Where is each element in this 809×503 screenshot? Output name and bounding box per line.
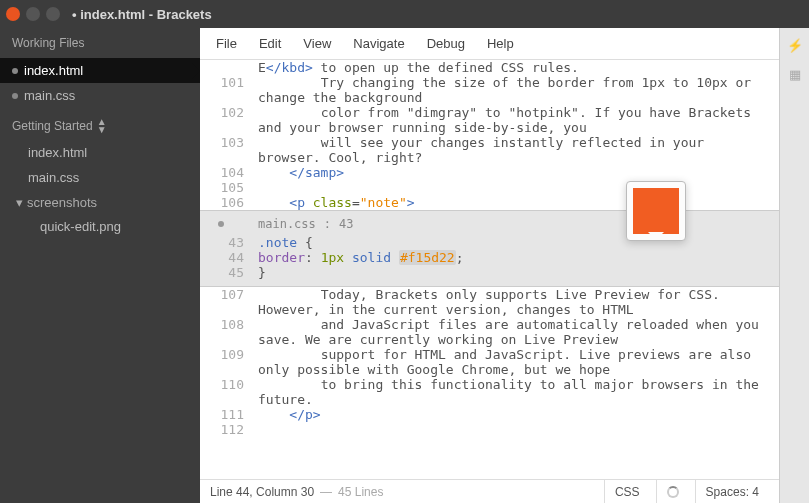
inline-file-name: main.css xyxy=(258,217,316,231)
sort-icon: ▲▼ xyxy=(97,118,107,134)
inline-editor[interactable]: main.css : 43 43.note { 44 border: 1px s… xyxy=(200,210,779,287)
code-line[interactable]: and JavaScript files are automatically r… xyxy=(258,317,779,347)
working-file-name: index.html xyxy=(24,63,83,78)
window-title: • index.html - Brackets xyxy=(72,7,212,22)
window-close-icon[interactable] xyxy=(6,7,20,21)
indent-size: 4 xyxy=(752,485,759,499)
code-line[interactable]: border: 1px solid #f15d22; xyxy=(258,250,779,265)
code-line[interactable]: } xyxy=(258,265,779,280)
line-number: 45 xyxy=(200,265,258,280)
tree-file[interactable]: quick-edit.png xyxy=(0,215,200,238)
inline-line-ref: 43 xyxy=(339,217,353,231)
working-files-header[interactable]: Working Files xyxy=(0,28,200,58)
live-preview-icon[interactable]: ⚡ xyxy=(787,38,803,53)
window-minimize-icon[interactable] xyxy=(26,7,40,21)
line-number: 104 xyxy=(200,165,258,180)
menu-help[interactable]: Help xyxy=(487,36,514,51)
menu-navigate[interactable]: Navigate xyxy=(353,36,404,51)
line-number: 106 xyxy=(200,195,258,210)
menu-file[interactable]: File xyxy=(216,36,237,51)
project-header[interactable]: Getting Started ▲▼ xyxy=(0,108,200,140)
code-line[interactable]: Try changing the size of the border from… xyxy=(258,75,779,105)
extensions-icon[interactable]: ▦ xyxy=(789,67,801,82)
code-line[interactable]: .note { xyxy=(258,235,779,250)
code-line[interactable]: color from "dimgray" to "hotpink". If yo… xyxy=(258,105,779,135)
color-swatch-popup[interactable] xyxy=(626,181,686,241)
line-number: 102 xyxy=(200,105,258,135)
code-line[interactable]: support for HTML and JavaScript. Live pr… xyxy=(258,347,779,377)
folder-name: screenshots xyxy=(27,195,97,210)
code-editor[interactable]: E</kbd> to open up the defined CSS rules… xyxy=(200,60,779,479)
line-number xyxy=(200,60,258,75)
dirty-dot-icon xyxy=(12,68,18,74)
titlebar: • index.html - Brackets xyxy=(0,0,809,28)
right-toolbar: ⚡ ▦ xyxy=(779,28,809,503)
code-line[interactable] xyxy=(258,422,779,437)
line-number: 43 xyxy=(200,235,258,250)
dirty-dot-icon xyxy=(12,93,18,99)
code-line[interactable]: </samp> xyxy=(258,165,779,180)
statusbar: Line 44, Column 30 — 45 Lines CSS Spaces… xyxy=(200,479,779,503)
spinner-icon xyxy=(667,486,679,498)
code-line[interactable]: will see your changes instantly reflecte… xyxy=(258,135,779,165)
jslint-status[interactable] xyxy=(656,480,689,503)
tree-file[interactable]: index.html xyxy=(0,140,200,165)
indent-label: Spaces: xyxy=(706,485,749,499)
line-number: 101 xyxy=(200,75,258,105)
tree-folder[interactable]: ▾ screenshots xyxy=(0,190,200,215)
window-maximize-icon[interactable] xyxy=(46,7,60,21)
sidebar: Working Files index.html main.css Gettin… xyxy=(0,28,200,503)
line-number: 110 xyxy=(200,377,258,407)
code-line[interactable]: to bring this functionality to all major… xyxy=(258,377,779,407)
color-hex[interactable]: #f15d22 xyxy=(399,250,456,265)
color-swatch xyxy=(633,188,679,234)
code-line[interactable]: E</kbd> to open up the defined CSS rules… xyxy=(258,60,779,75)
code-line[interactable]: <p class="note"> xyxy=(258,195,779,210)
menu-debug[interactable]: Debug xyxy=(427,36,465,51)
code-line[interactable] xyxy=(258,180,779,195)
status-sep: — xyxy=(320,485,332,499)
line-number: 111 xyxy=(200,407,258,422)
project-name: Getting Started xyxy=(12,119,93,133)
menu-edit[interactable]: Edit xyxy=(259,36,281,51)
menu-view[interactable]: View xyxy=(303,36,331,51)
chevron-down-icon: ▾ xyxy=(16,195,23,210)
line-number: 109 xyxy=(200,347,258,377)
line-number: 112 xyxy=(200,422,258,437)
code-line[interactable]: </p> xyxy=(258,407,779,422)
line-number: 44 xyxy=(200,250,258,265)
working-file-name: main.css xyxy=(24,88,75,103)
line-number: 107 xyxy=(200,287,258,317)
line-number: 103 xyxy=(200,135,258,165)
working-file-item[interactable]: index.html xyxy=(0,58,200,83)
line-number: 108 xyxy=(200,317,258,347)
tree-file[interactable]: main.css xyxy=(0,165,200,190)
line-count: 45 Lines xyxy=(338,485,383,499)
working-file-item[interactable]: main.css xyxy=(0,83,200,108)
menubar: File Edit View Navigate Debug Help xyxy=(200,28,779,60)
cursor-position[interactable]: Line 44, Column 30 xyxy=(210,485,314,499)
inline-editor-header: main.css : 43 xyxy=(200,211,779,235)
dirty-dot-icon xyxy=(218,221,224,227)
line-number: 105 xyxy=(200,180,258,195)
language-mode[interactable]: CSS xyxy=(604,480,650,503)
code-line[interactable]: Today, Brackets only supports Live Previ… xyxy=(258,287,779,317)
indent-setting[interactable]: Spaces: 4 xyxy=(695,480,769,503)
